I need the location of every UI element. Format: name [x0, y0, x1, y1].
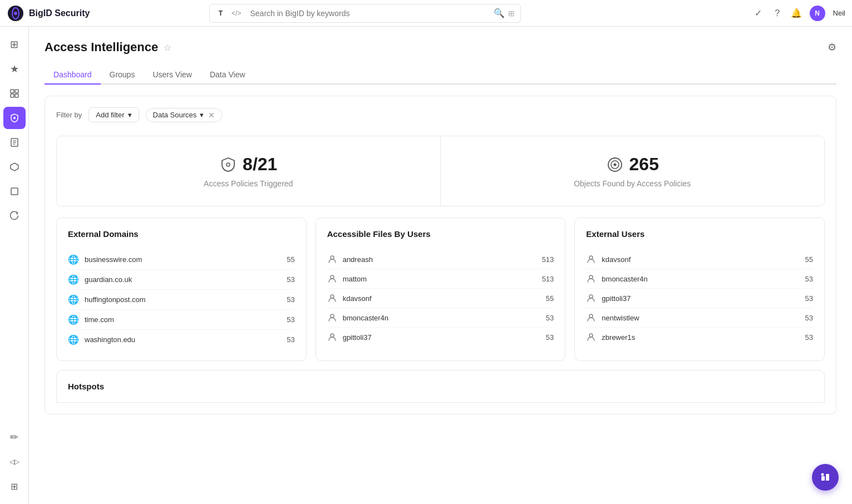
- svg-point-22: [331, 334, 334, 337]
- hotspots-card: Hotspots: [56, 370, 825, 403]
- topbar-right: ✓ ? 🔔 N Neil: [753, 6, 845, 21]
- content-area: Access Intelligence ☆ ⚙ Dashboard Groups…: [29, 27, 852, 504]
- external-domains-title: External Domains: [68, 229, 295, 239]
- svg-point-18: [331, 256, 334, 259]
- list-item: 🌐 businesswire.com 55: [68, 250, 295, 270]
- domain-count: 55: [287, 255, 294, 264]
- list-item: kdavsonf 55: [586, 250, 813, 269]
- svg-point-20: [331, 295, 334, 298]
- stats-row: 8/21 Access Policies Triggered 265 Objec…: [56, 136, 825, 206]
- tab-users-view[interactable]: Users View: [144, 66, 201, 85]
- sidebar-item-cube[interactable]: [3, 180, 26, 202]
- search-type-toggle: T </>: [215, 8, 245, 18]
- external-users-card: External Users kdavsonf 55: [574, 218, 825, 361]
- user-icon: [327, 293, 337, 303]
- sidebar-item-apps[interactable]: ⊞: [3, 33, 26, 56]
- fab-icon: [819, 471, 831, 483]
- data-sources-chip[interactable]: Data Sources ▾ ✕: [146, 108, 223, 122]
- chevron-toggle-icon: ◁▷: [9, 458, 19, 466]
- globe-icon: 🌐: [68, 314, 79, 325]
- page-title: Access Intelligence: [45, 40, 158, 55]
- sidebar-bottom: ✏ ◁▷ ⊞: [3, 426, 26, 497]
- svg-point-27: [589, 334, 593, 337]
- page-header: Access Intelligence ☆ ⚙: [45, 40, 836, 55]
- check-circle-icon[interactable]: ✓: [753, 8, 764, 19]
- user-avatar[interactable]: N: [810, 6, 825, 21]
- user-icon: [586, 332, 596, 342]
- user-count: 513: [542, 275, 554, 283]
- accessible-files-card: Accessible Files By Users andreash 513: [316, 218, 566, 361]
- search-input[interactable]: [250, 9, 490, 18]
- sidebar-item-edit[interactable]: ✏: [3, 426, 26, 448]
- edit-icon: ✏: [10, 431, 18, 443]
- sidebar-item-catalog[interactable]: [3, 82, 26, 105]
- user-icon: [586, 274, 596, 284]
- sidebar-item-sync[interactable]: [3, 205, 26, 227]
- svg-point-19: [331, 275, 334, 279]
- bigid-logo-icon: [7, 4, 24, 22]
- svg-marker-12: [11, 163, 18, 171]
- ext-user-name: bmoncaster4n: [602, 275, 799, 283]
- svg-rect-4: [15, 90, 18, 93]
- filter-icon: ⊞: [508, 9, 515, 18]
- chip-close-icon[interactable]: ✕: [208, 111, 215, 120]
- help-icon[interactable]: ?: [772, 8, 783, 19]
- cube-icon: [9, 186, 19, 196]
- user-name: bmoncaster4n: [343, 314, 540, 322]
- access-policies-label: Access Policies Triggered: [204, 179, 293, 188]
- globe-icon: 🌐: [68, 274, 79, 285]
- domain-count: 53: [287, 295, 294, 304]
- user-icon: [327, 274, 337, 284]
- sidebar-toggle[interactable]: ◁▷: [3, 451, 26, 473]
- external-users-list: kdavsonf 55 bmoncaster4n 53: [586, 250, 813, 347]
- add-filter-button[interactable]: Add filter ▾: [88, 107, 139, 122]
- domain-name: huffingtonpost.com: [85, 295, 281, 304]
- tab-groups[interactable]: Groups: [101, 66, 144, 85]
- domain-count: 53: [287, 275, 294, 284]
- settings-gear-icon[interactable]: ⚙: [828, 41, 836, 53]
- access-policies-stat: 8/21 Access Policies Triggered: [57, 136, 441, 206]
- grid-icon: ⊞: [11, 481, 18, 492]
- user-name: mattom: [343, 275, 536, 283]
- topbar: BigID Security T </> 🔍 ⊞ ✓ ? 🔔 N Neil: [0, 0, 852, 27]
- search-bar[interactable]: T </> 🔍 ⊞: [209, 4, 521, 23]
- network-icon: [9, 162, 19, 172]
- filter-bar: Filter by Add filter ▾ Data Sources ▾ ✕: [56, 107, 825, 122]
- fab-button[interactable]: [812, 464, 839, 491]
- user-count: 53: [546, 333, 554, 342]
- ext-user-count: 53: [805, 275, 813, 283]
- code-search-pill[interactable]: </>: [228, 8, 244, 18]
- list-item: gpittoli37 53: [327, 328, 554, 347]
- sidebar-item-favorites[interactable]: ★: [3, 58, 26, 80]
- chip-label: Data Sources: [153, 111, 197, 119]
- external-domains-card: External Domains 🌐 businesswire.com 55 🌐…: [56, 218, 307, 361]
- notification-icon[interactable]: 🔔: [791, 8, 802, 19]
- list-item: bmoncaster4n 53: [327, 308, 554, 328]
- sidebar-item-access-intelligence[interactable]: [3, 107, 26, 129]
- domain-count: 53: [287, 335, 294, 344]
- svg-point-24: [589, 275, 593, 279]
- list-item: gpittoli37 53: [586, 289, 813, 308]
- ext-user-count: 53: [805, 333, 813, 342]
- svg-rect-28: [821, 476, 825, 481]
- user-icon: [327, 254, 337, 264]
- list-item: kdavsonf 55: [327, 289, 554, 308]
- sidebar-item-grid[interactable]: ⊞: [3, 475, 26, 497]
- apps-icon: ⊞: [10, 38, 18, 51]
- svg-rect-29: [826, 474, 829, 481]
- text-search-pill[interactable]: T: [215, 8, 226, 18]
- tabs: Dashboard Groups Users View Data View: [45, 66, 836, 85]
- objects-found-label: Objects Found by Access Policies: [574, 179, 691, 188]
- favorite-star-icon[interactable]: ☆: [164, 42, 171, 53]
- svg-rect-5: [11, 94, 14, 97]
- ext-user-name: nentwistlew: [602, 314, 799, 322]
- user-icon: [327, 332, 337, 342]
- user-icon: [586, 254, 596, 264]
- tab-dashboard[interactable]: Dashboard: [45, 66, 101, 85]
- chevron-down-icon: ▾: [128, 111, 132, 119]
- objects-found-stat: 265 Objects Found by Access Policies: [441, 136, 825, 206]
- sidebar-item-reports[interactable]: [3, 131, 26, 154]
- accessible-files-title: Accessible Files By Users: [327, 229, 554, 239]
- tab-data-view[interactable]: Data View: [201, 66, 254, 85]
- sidebar-item-network[interactable]: [3, 156, 26, 178]
